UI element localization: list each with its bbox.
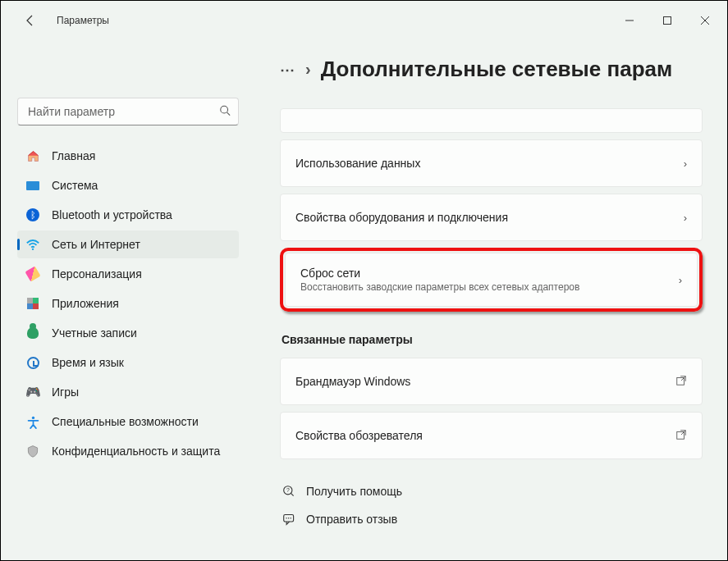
app-title: Параметры [57, 15, 109, 26]
nav-label: Время и язык [52, 356, 124, 369]
highlight-annotation: Сброс сети Восстановить заводские параме… [280, 248, 703, 312]
breadcrumb-overflow[interactable]: ⋯ [280, 61, 295, 79]
feedback-icon [282, 512, 296, 527]
main-content: ⋯ › Дополнительные сетевые парам Использ… [255, 40, 727, 560]
nav-home[interactable]: Главная [17, 142, 239, 170]
external-link-icon [675, 375, 687, 389]
gamepad-icon: 🎮 [25, 385, 40, 399]
help-icon: ? [282, 484, 296, 499]
nav-label: Персонализация [52, 267, 142, 280]
nav-label: Bluetooth и устройства [52, 208, 172, 221]
chevron-right-icon: › [305, 60, 311, 79]
svg-point-13 [286, 518, 286, 518]
svg-point-14 [287, 518, 288, 518]
brush-icon [25, 267, 40, 281]
nav-label: Учетные записи [52, 326, 137, 340]
card-hardware-props[interactable]: Свойства оборудования и подключения › [280, 194, 703, 241]
window-controls [611, 7, 724, 34]
nav-list: Главная Система ᛒ Bluetooth и устройства… [17, 142, 239, 465]
nav-privacy[interactable]: Конфиденциальность и защита [17, 437, 239, 465]
shield-icon [25, 444, 40, 458]
search-input[interactable] [17, 98, 239, 125]
svg-text:?: ? [286, 487, 289, 493]
home-icon [25, 148, 40, 163]
nav-label: Конфиденциальность и защита [52, 445, 220, 458]
chevron-right-icon: › [679, 274, 682, 286]
close-button[interactable] [686, 7, 724, 34]
card-network-reset[interactable]: Сброс сети Восстановить заводские параме… [285, 253, 698, 307]
nav-label: Сеть и Интернет [52, 238, 140, 251]
nav-label: Игры [52, 385, 79, 399]
svg-point-7 [31, 416, 34, 418]
send-feedback-link[interactable]: Отправить отзыв [280, 505, 703, 533]
bluetooth-icon: ᛒ [25, 208, 40, 222]
maximize-button[interactable] [648, 7, 686, 34]
titlebar: Параметры [1, 1, 727, 40]
get-help-link[interactable]: ? Получить помощь [280, 477, 703, 505]
person-icon [25, 326, 40, 340]
nav-label: Система [52, 179, 98, 192]
search-icon [219, 105, 231, 119]
search-box[interactable] [17, 98, 239, 125]
nav-gaming[interactable]: 🎮 Игры [17, 378, 239, 406]
nav-time[interactable]: Время и язык [17, 349, 239, 376]
nav-bluetooth[interactable]: ᛒ Bluetooth и устройства [17, 201, 239, 229]
back-button[interactable] [21, 11, 40, 30]
svg-line-5 [227, 112, 231, 116]
svg-rect-1 [664, 17, 671, 25]
svg-point-4 [221, 106, 228, 113]
svg-point-6 [32, 249, 34, 250]
nav-accounts[interactable]: Учетные записи [17, 319, 239, 347]
nav-label: Специальные возможности [52, 415, 199, 428]
nav-system[interactable]: Система [17, 171, 239, 199]
card-subtitle: Восстановить заводские параметры всех се… [300, 281, 579, 293]
chevron-right-icon: › [684, 212, 687, 224]
breadcrumb: ⋯ › Дополнительные сетевые парам [280, 57, 703, 82]
card-data-usage[interactable]: Использование данных › [280, 139, 703, 187]
sidebar: Главная Система ᛒ Bluetooth и устройства… [1, 40, 255, 560]
card-title: Свойства обозревателя [295, 429, 423, 442]
card-firewall[interactable]: Брандмауэр Windows [280, 358, 703, 405]
page-title: Дополнительные сетевые парам [321, 57, 673, 82]
related-section-label: Связанные параметры [282, 333, 703, 346]
card-inet-options[interactable]: Свойства обозревателя [280, 412, 703, 459]
wifi-icon [25, 237, 40, 252]
accessibility-icon [25, 414, 40, 429]
nav-accessibility[interactable]: Специальные возможности [17, 408, 239, 436]
footer-label: Отправить отзыв [306, 513, 397, 526]
system-icon [25, 178, 40, 193]
nav-label: Главная [52, 149, 95, 162]
card-title: Брандмауэр Windows [295, 375, 410, 388]
nav-label: Приложения [52, 297, 119, 310]
card-truncated-top[interactable] [280, 108, 703, 133]
apps-icon [25, 296, 40, 311]
nav-network[interactable]: Сеть и Интернет [17, 230, 239, 258]
chevron-right-icon: › [684, 157, 687, 170]
card-title: Свойства оборудования и подключения [295, 211, 508, 224]
nav-apps[interactable]: Приложения [17, 290, 239, 317]
card-title: Использование данных [295, 157, 420, 170]
card-title: Сброс сети [300, 267, 579, 280]
minimize-button[interactable] [611, 7, 648, 34]
nav-personalization[interactable]: Персонализация [17, 260, 239, 288]
clock-globe-icon [25, 355, 40, 370]
external-link-icon [675, 429, 687, 443]
svg-point-15 [290, 518, 291, 518]
footer-label: Получить помощь [306, 485, 402, 498]
